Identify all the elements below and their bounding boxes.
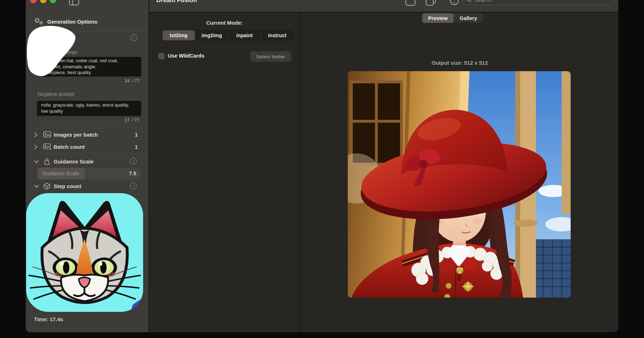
search-placeholder: Search: [474, 0, 492, 3]
search-input[interactable]: Search: [462, 0, 614, 5]
row-value: 1: [135, 132, 138, 138]
row-value: 1: [135, 144, 138, 150]
mode-img2img[interactable]: img2img: [196, 30, 228, 41]
gears-icon: [34, 17, 44, 26]
row-label: Images per batch: [54, 132, 98, 138]
app-window: Generation Options i Prompt queen hat, n…: [26, 0, 618, 332]
sidebar-header: Generation Options: [47, 19, 97, 25]
prompt-line: e shirt, cinematic angle,: [48, 64, 137, 70]
info-icon[interactable]: i: [131, 34, 137, 41]
generated-image-art: [348, 71, 571, 298]
row-batch-count[interactable]: Batch count 1: [26, 141, 148, 153]
photo-icon: [43, 131, 52, 138]
weight-icon: [43, 158, 51, 166]
guidance-scale-slider[interactable]: Guidance Scale 7.5: [38, 168, 141, 180]
divider: [34, 153, 145, 154]
negative-prompt-label: Negative prompt: [38, 91, 74, 97]
generation-time: Time: 17.4s: [34, 316, 63, 322]
prompt-line: queen hat, noble coat, red coat,: [53, 58, 137, 64]
section-step-count[interactable]: Step count i: [26, 181, 148, 192]
window-title: Dream Fusion: [156, 0, 197, 4]
output-size-label: Output size: 512 x 512: [301, 60, 618, 66]
slider-label: Guidance Scale: [43, 171, 79, 176]
chevron-right-icon: [34, 144, 38, 150]
cube-icon: [43, 182, 51, 190]
export-icon[interactable]: [404, 0, 416, 6]
chevron-down-icon: [34, 185, 39, 188]
section-label: Step count: [54, 183, 82, 189]
negative-prompt-input[interactable]: nsfw, grayscale, ugly, lowres, worst qua…: [37, 101, 141, 116]
info-icon[interactable]: i: [130, 158, 137, 165]
section-guidance-scale[interactable]: Guidance Scale i: [26, 156, 148, 167]
negative-counter: 17/ 77: [125, 118, 140, 123]
slider-value: 7.5: [129, 171, 136, 176]
prompt-input[interactable]: queen hat, noble coat, red coat, e shirt…: [37, 57, 141, 77]
chevron-down-icon: [34, 160, 39, 163]
info-icon[interactable]: i: [130, 182, 137, 189]
prompt-label: Prompt: [61, 49, 77, 55]
close-button[interactable]: [30, 0, 36, 3]
select-folder-button[interactable]: Select folder: [250, 51, 291, 62]
screen: Generation Options i Prompt queen hat, n…: [0, 0, 644, 338]
row-images-per-batch[interactable]: Images per batch 1: [26, 129, 148, 141]
mode-txt2img[interactable]: txt2img: [162, 30, 195, 40]
minimize-button[interactable]: [40, 0, 47, 3]
copy-icon[interactable]: [425, 0, 438, 6]
current-mode-label: Current Mode:: [149, 20, 300, 26]
preview-tabs: Preview Gallery: [422, 13, 483, 23]
chevron-right-icon: [34, 132, 38, 138]
tab-gallery[interactable]: Gallery: [454, 13, 483, 23]
prompt-line: asterpiece, best quality: [43, 70, 137, 76]
cat-illustration: [26, 193, 143, 312]
wildcards-checkbox[interactable]: [158, 53, 165, 59]
section-label: Guidance Scale: [54, 158, 94, 165]
zoom-button[interactable]: [50, 0, 56, 3]
titlebar: Dream Fusion Search: [149, 0, 618, 13]
tab-preview[interactable]: Preview: [422, 13, 454, 23]
divider: [34, 128, 145, 128]
wildcards-label: Use WildCards: [168, 53, 204, 59]
cat-image-overlay[interactable]: [26, 193, 143, 312]
prompt-counter: 24/ 77: [125, 78, 140, 83]
mode-inpaint[interactable]: inpaint: [228, 30, 261, 41]
generated-image: [348, 71, 571, 298]
sidebar: Generation Options i Prompt queen hat, n…: [26, 0, 149, 332]
help-icon[interactable]: [449, 0, 460, 6]
search-icon: [466, 0, 472, 3]
mode-panel: Current Mode: txt2img img2img inpaint in…: [149, 13, 301, 332]
sidebar-toggle-icon[interactable]: [69, 0, 79, 6]
preview-panel: Preview Gallery Output size: 512 x 512: [301, 13, 618, 332]
main-area: Dream Fusion Search: [149, 0, 618, 332]
row-label: Batch count: [54, 144, 85, 150]
photo-plus-icon: [43, 143, 52, 151]
mode-segmented-control: txt2img img2img inpaint instruct: [162, 30, 293, 41]
mode-instruct[interactable]: instruct: [261, 30, 294, 41]
divider: [34, 31, 145, 31]
